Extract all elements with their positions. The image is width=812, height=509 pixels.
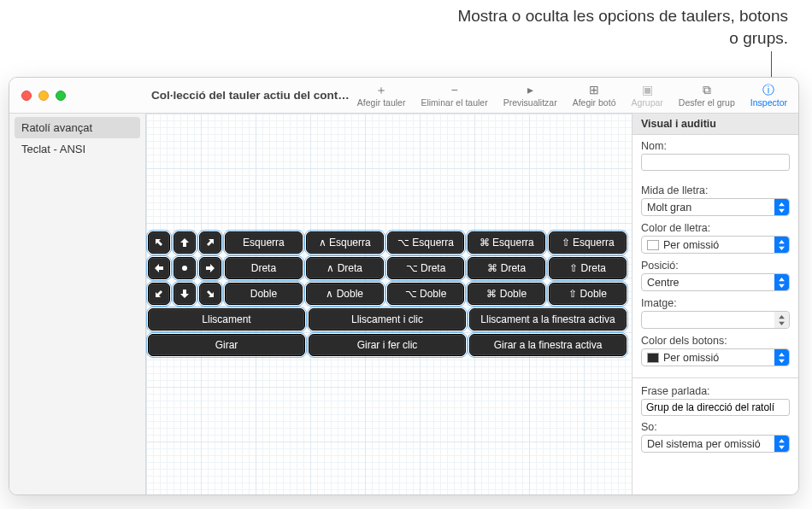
mod-button[interactable]: Esquerra [225, 231, 303, 254]
color-swatch [647, 353, 659, 363]
mod-button[interactable]: Doble [225, 283, 303, 305]
preview-button[interactable]: ▸ Previsualitzar [496, 78, 565, 113]
select-value: Per omissió [663, 239, 719, 251]
select-value: Centre [647, 277, 680, 289]
remove-panel-button[interactable]: − Eliminar el tauler [413, 78, 495, 113]
window-title: Col·lecció del tauler actiu del cont… [146, 78, 350, 113]
sidebar-item-keyboard-ansi[interactable]: Teclat - ANSI [9, 138, 145, 160]
arrow-se-button[interactable] [199, 283, 221, 305]
add-button-icon: ⊞ [587, 84, 601, 96]
spoken-phrase-label: Frase parlada: [641, 385, 790, 397]
font-size-label: Mida de lletra: [641, 184, 790, 196]
toolbar-label: Afegir botó [573, 97, 616, 108]
button-color-select[interactable]: Per omissió [641, 348, 790, 366]
toolbar-label: Previsualitzar [503, 97, 557, 108]
group-icon: ▣ [640, 84, 654, 96]
mod-button[interactable]: Dreta [225, 257, 303, 279]
spoken-phrase-input[interactable] [641, 399, 790, 416]
select-value: Del sistema per omissió [647, 438, 761, 450]
zoom-window-button[interactable] [56, 91, 66, 101]
main-window: Col·lecció del tauler actiu del cont… ＋ … [9, 77, 799, 495]
button-group[interactable]: Esquerra∧ Esquerra⌥ Esquerra⌘ Esquerra⇧ … [148, 231, 627, 360]
select-value: Molt gran [647, 202, 691, 214]
toolbar: ＋ Afegir tauler − Eliminar el tauler ▸ P… [350, 78, 798, 113]
arrow-e-button[interactable] [199, 257, 221, 279]
toolbar-label: Inspector [750, 97, 787, 108]
ungroup-icon: ⧉ [700, 84, 714, 96]
mod-button[interactable]: ∧ Esquerra [306, 231, 384, 254]
action-button[interactable]: Girar i fer clic [309, 334, 466, 356]
add-panel-button[interactable]: ＋ Afegir tauler [350, 78, 414, 113]
sidebar-item-advanced-mouse[interactable]: Ratolí avançat [15, 117, 140, 138]
toolbar-label: Eliminar el tauler [421, 97, 487, 108]
action-button[interactable]: Girar [148, 334, 305, 356]
play-icon: ▸ [523, 84, 537, 96]
plus-icon: ＋ [374, 84, 388, 96]
titlebar: Col·lecció del tauler actiu del cont… ＋ … [9, 78, 798, 114]
name-label: Nom: [641, 140, 790, 152]
action-button[interactable]: Lliscament [148, 308, 305, 331]
ungroup-button[interactable]: ⧉ Desfer el grup [671, 78, 743, 113]
arrow-n-button[interactable] [174, 231, 196, 254]
minus-icon: − [448, 84, 462, 96]
action-button[interactable]: Lliscament i clic [309, 308, 466, 331]
window-controls [9, 78, 146, 113]
position-select[interactable]: Centre [641, 273, 790, 291]
callout-text: Mostra o oculta les opcions de taulers, … [446, 5, 788, 49]
mod-button[interactable]: ∧ Dreta [306, 257, 384, 279]
font-color-label: Color de lletra: [641, 222, 790, 234]
arrow-ne-button[interactable] [199, 231, 221, 254]
inspector-panel: Visual i auditiu Nom: Mida de lletra: Mo… [632, 114, 798, 494]
color-swatch [647, 240, 659, 250]
image-label: Imatge: [641, 297, 790, 309]
toolbar-label: Afegir tauler [357, 97, 406, 108]
inspector-header: Visual i auditiu [633, 114, 798, 135]
add-button-button[interactable]: ⊞ Afegir botó [565, 78, 624, 113]
button-color-label: Color dels botons: [641, 335, 790, 347]
select-value: Per omissió [663, 352, 719, 364]
sound-select[interactable]: Del sistema per omissió [641, 435, 790, 453]
canvas[interactable]: Esquerra∧ Esquerra⌥ Esquerra⌘ Esquerra⇧ … [146, 114, 632, 494]
position-label: Posició: [641, 260, 790, 272]
font-color-select[interactable]: Per omissió [641, 236, 790, 254]
mod-button[interactable]: ⇧ Doble [549, 283, 627, 305]
mod-button[interactable]: ⌥ Doble [387, 283, 465, 305]
mod-button[interactable]: ⌘ Esquerra [468, 231, 545, 254]
minimize-window-button[interactable] [38, 91, 49, 101]
close-window-button[interactable] [21, 91, 32, 101]
mod-button[interactable]: ⇧ Dreta [549, 257, 627, 279]
arrow-c-button[interactable] [174, 257, 196, 279]
arrow-nw-button[interactable] [148, 231, 170, 254]
sound-label: So: [641, 421, 790, 433]
info-icon: ⓘ [762, 84, 775, 96]
mod-button[interactable]: ∧ Doble [306, 283, 384, 305]
mod-button[interactable]: ⌘ Dreta [468, 257, 545, 279]
toolbar-label: Agrupar [631, 97, 662, 108]
mod-button[interactable]: ⇧ Esquerra [549, 231, 627, 254]
arrow-sw-button[interactable] [148, 283, 170, 305]
mod-button[interactable]: ⌥ Dreta [387, 257, 465, 279]
inspector-button[interactable]: ⓘ Inspector [743, 78, 795, 113]
mod-button[interactable]: ⌥ Esquerra [387, 231, 465, 254]
group-button[interactable]: ▣ Agrupar [623, 78, 670, 113]
name-input[interactable] [641, 154, 790, 171]
mod-button[interactable]: ⌘ Doble [468, 283, 545, 305]
arrow-s-button[interactable] [174, 283, 196, 305]
toolbar-label: Desfer el grup [679, 97, 735, 108]
sidebar: Ratolí avançat Teclat - ANSI [9, 114, 146, 494]
svg-point-0 [182, 266, 187, 271]
arrow-w-button[interactable] [148, 257, 170, 279]
image-select[interactable] [641, 311, 790, 329]
action-button[interactable]: Lliscament a la finestra activa [469, 308, 627, 331]
action-button[interactable]: Girar a la finestra activa [469, 334, 627, 356]
font-size-select[interactable]: Molt gran [641, 198, 790, 216]
